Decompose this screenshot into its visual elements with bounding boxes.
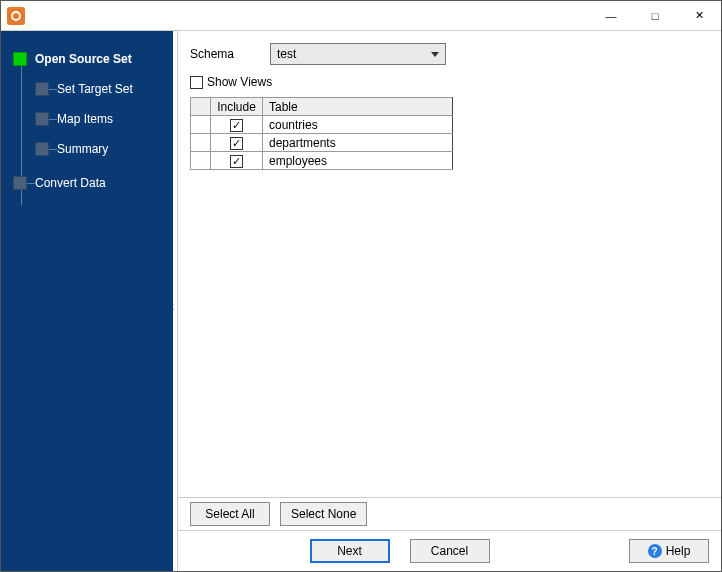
show-views-label: Show Views [207,75,272,89]
step-label: Summary [57,142,108,156]
step-label: Convert Data [35,176,106,190]
table-header[interactable]: Table [263,98,453,116]
selection-buttons-bar: Select All Select None [178,497,721,530]
cancel-button[interactable]: Cancel [410,539,490,563]
include-cell[interactable] [211,116,263,134]
steps-tree: Open Source Set Set Target Set Map Items… [13,49,167,193]
select-all-button[interactable]: Select All [190,502,270,526]
show-views-checkbox[interactable] [190,76,203,89]
wizard-window: — □ ✕ Open Source Set Set Target Set [0,0,722,572]
table-row[interactable]: departments [191,134,453,152]
row-header-col [191,98,211,116]
schema-label: Schema [190,47,270,61]
include-checkbox[interactable] [230,155,243,168]
step-node-icon [35,142,49,156]
row-header-cell [191,134,211,152]
include-checkbox[interactable] [230,119,243,132]
sidebar-resizer[interactable] [173,31,177,571]
step-label: Open Source Set [35,52,132,66]
tables-grid: Include Table countries [190,97,453,170]
include-cell[interactable] [211,134,263,152]
step-label: Map Items [57,112,113,126]
titlebar: — □ ✕ [1,1,721,31]
step-label: Set Target Set [57,82,133,96]
minimize-button[interactable]: — [589,1,633,31]
table-name-cell[interactable]: employees [263,152,453,170]
form-area: Schema test Show Views [178,31,721,95]
schema-value: test [277,47,296,61]
step-convert-data[interactable]: Convert Data [13,173,167,193]
help-button[interactable]: ? Help [629,539,709,563]
tables-grid-wrap: Include Table countries [190,97,709,170]
show-views-row: Show Views [190,75,709,89]
step-node-icon [13,176,27,190]
next-button[interactable]: Next [310,539,390,563]
row-header-cell [191,116,211,134]
help-label: Help [666,544,691,558]
row-header-cell [191,152,211,170]
help-icon: ? [648,544,662,558]
step-set-target-set[interactable]: Set Target Set [35,79,167,99]
table-row[interactable]: employees [191,152,453,170]
select-none-button[interactable]: Select None [280,502,367,526]
step-node-icon [35,82,49,96]
step-node-icon [35,112,49,126]
step-open-source-set[interactable]: Open Source Set [13,49,167,69]
include-header[interactable]: Include [211,98,263,116]
table-row[interactable]: countries [191,116,453,134]
table-name-cell[interactable]: countries [263,116,453,134]
step-summary[interactable]: Summary [35,139,167,159]
table-name-cell[interactable]: departments [263,134,453,152]
wizard-buttons-bar: Next Cancel ? Help [178,530,721,571]
window-controls: — □ ✕ [589,1,721,31]
wizard-steps-sidebar: Open Source Set Set Target Set Map Items… [1,31,173,571]
include-cell[interactable] [211,152,263,170]
include-checkbox[interactable] [230,137,243,150]
app-icon [7,7,25,25]
step-map-items[interactable]: Map Items [35,109,167,129]
main-panel: Schema test Show Views Include [177,31,721,571]
step-node-icon [13,52,27,66]
schema-combobox[interactable]: test [270,43,446,65]
maximize-button[interactable]: □ [633,1,677,31]
close-button[interactable]: ✕ [677,1,721,31]
schema-row: Schema test [190,43,709,65]
